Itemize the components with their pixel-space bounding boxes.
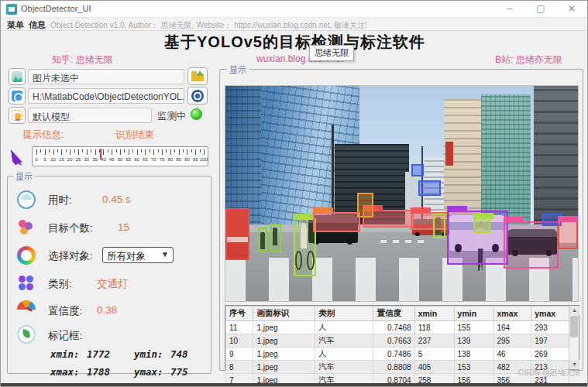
table-row[interactable]: 101.jpeg汽车0.7663237139295197 bbox=[226, 334, 569, 348]
slider-tick bbox=[91, 149, 91, 152]
slider-tick bbox=[200, 149, 201, 152]
time-icon bbox=[17, 190, 36, 209]
slider-tick bbox=[153, 149, 154, 155]
image-field[interactable]: 图片未选中 bbox=[28, 69, 184, 84]
slider-tick-label: 20 bbox=[67, 157, 73, 162]
menu-bar: 菜单 信息 Object Detection v1.0, Author： 思绪无… bbox=[1, 19, 587, 31]
slider-tick-label: 25 bbox=[76, 157, 81, 162]
column-header-序号[interactable]: 序号 bbox=[226, 307, 253, 321]
scrollbar-thumb[interactable] bbox=[570, 316, 578, 337]
count-value: 15 bbox=[118, 221, 129, 233]
column-header-类别[interactable]: 类别 bbox=[315, 307, 373, 321]
path-field[interactable]: H:\MatlabCode\ObjectDetectionYOL... bbox=[28, 88, 184, 104]
detection-traffic-light-a bbox=[411, 164, 423, 176]
model-field[interactable]: 默认模型 bbox=[28, 108, 152, 123]
menu-item-info[interactable]: 信息 bbox=[29, 19, 46, 31]
table-row[interactable]: 111.jpeg人0.7468118155164293 bbox=[226, 321, 569, 334]
column-header-ymin[interactable]: ymin bbox=[454, 307, 493, 321]
scroll-up-icon[interactable]: ▲ bbox=[569, 306, 579, 315]
window-bottom-edge bbox=[1, 383, 587, 386]
select-label: 选择对象: bbox=[48, 249, 93, 263]
table-cell: 118 bbox=[414, 321, 454, 334]
detection-pedestrian-right bbox=[473, 217, 490, 234]
slider-marker[interactable] bbox=[100, 149, 101, 159]
slider-tick bbox=[103, 149, 104, 155]
time-value: 0.45 s bbox=[102, 194, 131, 205]
detection-label-tag bbox=[294, 214, 314, 220]
camera-lens-icon bbox=[191, 90, 204, 102]
count-label: 目标个数: bbox=[48, 221, 93, 235]
open-folder-button[interactable] bbox=[187, 67, 208, 85]
slider-tick bbox=[116, 149, 117, 152]
slider-tick bbox=[170, 149, 171, 155]
count-icon bbox=[17, 218, 36, 237]
slider-tick-label: 15 bbox=[59, 157, 64, 162]
slider-tick bbox=[74, 149, 75, 152]
slider-tick bbox=[61, 149, 62, 155]
xmin-value: 1772 bbox=[87, 348, 110, 360]
table-row[interactable]: 91.jpeg人0.7486513846269 bbox=[226, 348, 569, 361]
table-cell: 8 bbox=[226, 361, 253, 374]
bbox-icon bbox=[17, 325, 36, 344]
class-label: 类别: bbox=[48, 277, 72, 291]
slider-tick-label: 30 bbox=[84, 157, 89, 162]
slider-tick bbox=[187, 149, 187, 155]
confidence-slider[interactable]: 0510152025303540455055606570758085909510… bbox=[32, 146, 208, 166]
slider-tick bbox=[45, 149, 46, 155]
results-panel: 用时: 0.45 s 目标个数: 15 选择对象: 所有对象 ▼ 类别: 交通灯… bbox=[7, 176, 211, 374]
slider-tick bbox=[191, 149, 192, 152]
title-bar: ObjectDetector_UI – ▢ ✕ bbox=[1, 1, 587, 18]
results-table: 序号画面标识类别置信度xminyminxmaxymax 111.jpeg人0.7… bbox=[225, 305, 579, 370]
chevron-down-icon: ▼ bbox=[161, 250, 169, 259]
detection-truck-left bbox=[225, 208, 249, 260]
close-button[interactable]: ✕ bbox=[556, 1, 587, 18]
slider-tick bbox=[87, 149, 88, 155]
slider-tick bbox=[78, 149, 79, 155]
zhihu-link[interactable]: 知乎: 思绪无限 bbox=[52, 53, 113, 67]
table-cell: 0.7663 bbox=[373, 334, 414, 348]
column-header-ymax[interactable]: ymax bbox=[531, 307, 569, 321]
slider-tick-label: 90 bbox=[184, 157, 190, 162]
slider-tick-label: 55 bbox=[126, 157, 131, 162]
detection-label-tag bbox=[504, 217, 524, 223]
slider-tick-label: 95 bbox=[193, 157, 198, 162]
slider-tick-label: 100 bbox=[200, 157, 208, 162]
detection-truck-right bbox=[558, 221, 578, 250]
column-header-置信度[interactable]: 置信度 bbox=[373, 307, 414, 321]
column-header-画面标识[interactable]: 画面标识 bbox=[253, 307, 315, 321]
table-cell: 1.jpeg bbox=[253, 321, 315, 334]
slider-tick bbox=[174, 149, 175, 152]
table-cell: 155 bbox=[454, 321, 493, 334]
column-header-xmin[interactable]: xmin bbox=[414, 307, 454, 321]
slider-tick bbox=[204, 149, 205, 155]
slider-tick bbox=[162, 149, 163, 155]
slider-tick-label: 35 bbox=[92, 157, 98, 162]
slider-tick-label: 0 bbox=[35, 157, 37, 162]
table-scrollbar[interactable]: ▲ ▼ bbox=[569, 306, 579, 369]
select-cursor-icon[interactable] bbox=[11, 147, 30, 166]
slider-tick-label: 80 bbox=[167, 157, 173, 162]
maximize-button[interactable]: ▢ bbox=[525, 1, 556, 18]
table-cell: 1.jpeg bbox=[253, 334, 315, 348]
bilibili-link[interactable]: B站: 思绪亦无限 bbox=[495, 53, 562, 67]
column-header-xmax[interactable]: xmax bbox=[493, 307, 531, 321]
table-cell: 0.8808 bbox=[373, 361, 414, 374]
slider-tick bbox=[132, 149, 133, 152]
table-cell: 138 bbox=[454, 348, 493, 361]
table-cell: 9 bbox=[226, 348, 253, 361]
table-cell: 0.7468 bbox=[373, 321, 414, 334]
slider-tick bbox=[145, 149, 146, 155]
detection-car-dark bbox=[504, 221, 559, 269]
camera-button[interactable] bbox=[187, 87, 208, 104]
slider-tick bbox=[40, 149, 41, 152]
object-select-dropdown[interactable]: 所有对象 ▼ bbox=[102, 247, 174, 263]
menu-item-menu[interactable]: 菜单 bbox=[7, 19, 24, 31]
table-cell: 5 bbox=[414, 348, 454, 361]
display-panel-title: 显示 bbox=[227, 64, 249, 76]
monitor-status: 监测中 bbox=[157, 110, 187, 123]
detection-image[interactable] bbox=[225, 85, 579, 302]
slider-tick-label: 45 bbox=[109, 157, 115, 162]
slider-tick-label: 70 bbox=[151, 157, 156, 162]
table-cell: 汽车 bbox=[315, 361, 373, 374]
minimize-button[interactable]: – bbox=[494, 1, 525, 18]
